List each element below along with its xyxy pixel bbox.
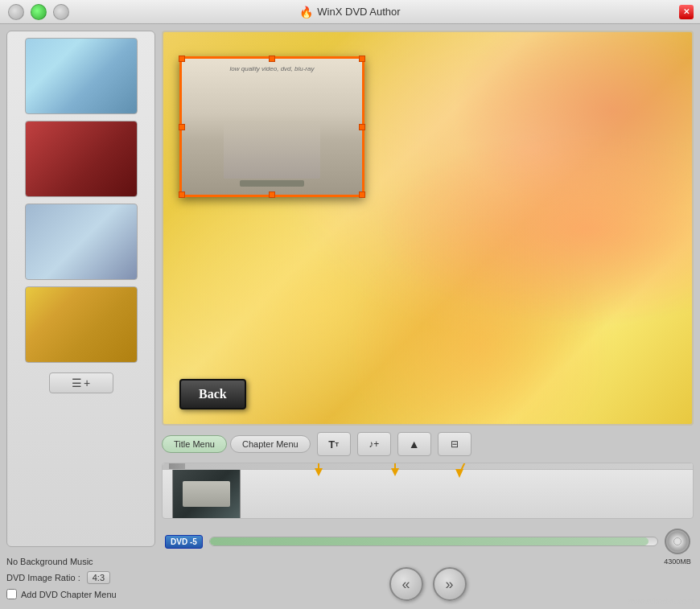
chapter-menu-row: Add DVD Chapter Menu <box>6 589 155 599</box>
close-button[interactable]: ✕ <box>679 5 694 19</box>
main-container: ☰ + No Background Music DVD Image Ratio … <box>0 24 700 609</box>
right-area: low quality video, dvd, blu-ray Back Tit… <box>162 31 694 603</box>
title-bar: 🔥 WinX DVD Author ✕ <box>0 0 700 24</box>
dvd-disc-wrap: 4300MB <box>665 529 690 554</box>
sidebar: ☰ + No Background Music DVD Image Ratio … <box>6 31 155 603</box>
video-preview-box[interactable]: low quality video, dvd, blu-ray <box>179 56 364 197</box>
restore-btn[interactable] <box>53 4 69 20</box>
strip-thumbnail[interactable] <box>172 468 241 519</box>
video-scene: low quality video, dvd, blu-ray <box>182 59 362 195</box>
dvd-disc <box>665 529 690 554</box>
handle-mr[interactable] <box>359 124 365 130</box>
ratio-value: 4:3 <box>87 571 110 584</box>
add-icon: ☰ <box>72 377 82 389</box>
video-text-overlay: low quality video, dvd, blu-ray <box>182 65 362 72</box>
thumbnail-item-1[interactable] <box>25 38 138 114</box>
maximize-btn[interactable] <box>31 4 47 20</box>
handle-ml[interactable] <box>179 124 185 130</box>
handle-bl[interactable] <box>179 191 185 198</box>
nav-row: « » <box>162 564 694 603</box>
add-text-button[interactable]: TT <box>317 432 351 456</box>
thumbnail-item-4[interactable] <box>25 286 138 363</box>
flame-icon: 🔥 <box>299 6 313 19</box>
thumbnail-item-3[interactable] <box>25 204 138 280</box>
chapter-menu-tab[interactable]: Chapter Menu <box>230 435 311 453</box>
handle-br[interactable] <box>359 191 365 198</box>
annotation-area: Add text Add music <box>250 476 683 512</box>
dvd-bar: DVD -5 4300MB <box>162 524 694 559</box>
chapter-menu-checkbox[interactable] <box>6 589 17 599</box>
back-button[interactable]: Back <box>179 379 246 409</box>
thumbnail-item-2[interactable] <box>25 121 138 197</box>
handle-tl[interactable] <box>179 56 185 62</box>
minimize-btn[interactable] <box>8 4 24 20</box>
prev-button[interactable]: « <box>389 567 423 601</box>
strip-progress <box>163 463 693 470</box>
title-menu-tab[interactable]: Title Menu <box>162 435 227 453</box>
strip-content: Add text Add music <box>163 470 693 518</box>
thumbnail-list: ☰ + <box>6 31 155 547</box>
dvd-progress-track <box>209 537 658 546</box>
plus-icon: + <box>84 377 90 389</box>
handle-tm[interactable] <box>269 56 275 62</box>
dvd-size-label: 4300MB <box>664 558 691 566</box>
next-button[interactable]: » <box>433 567 467 601</box>
svg-marker-5 <box>455 469 463 478</box>
app-title: 🔥 WinX DVD Author <box>299 6 400 19</box>
watermark: www.winxdvd.com <box>628 597 694 606</box>
traffic-lights <box>8 4 69 20</box>
move-up-button[interactable]: ▲ <box>397 432 431 456</box>
handle-bm[interactable] <box>269 191 275 198</box>
handle-tr[interactable] <box>359 56 365 62</box>
title-bar-controls: ✕ <box>679 5 694 19</box>
ratio-label: DVD Image Ratio : <box>6 573 80 582</box>
dvd-label: DVD -5 <box>165 535 203 549</box>
svg-marker-1 <box>315 468 323 476</box>
preview-area: low quality video, dvd, blu-ray Back <box>162 31 694 426</box>
dvd-progress-fill <box>210 537 649 545</box>
toolbar-row: Title Menu Chapter Menu TT ♪+ ▲ ⊟ <box>162 430 694 458</box>
sidebar-bottom: No Background Music DVD Image Ratio : 4:… <box>6 553 155 603</box>
bottom-strip: Add text Add music <box>162 463 694 519</box>
chapter-menu-label: Add DVD Chapter Menu <box>21 590 117 599</box>
remove-button[interactable]: ⊟ <box>438 432 471 456</box>
ratio-row: DVD Image Ratio : 4:3 <box>6 571 155 584</box>
no-music-label: No Background Music <box>6 557 155 566</box>
strip-progress-bar <box>169 463 185 469</box>
add-music-button[interactable]: ♪+ <box>357 432 391 456</box>
add-background-button[interactable]: ☰ + <box>49 372 113 393</box>
svg-marker-3 <box>391 468 399 476</box>
